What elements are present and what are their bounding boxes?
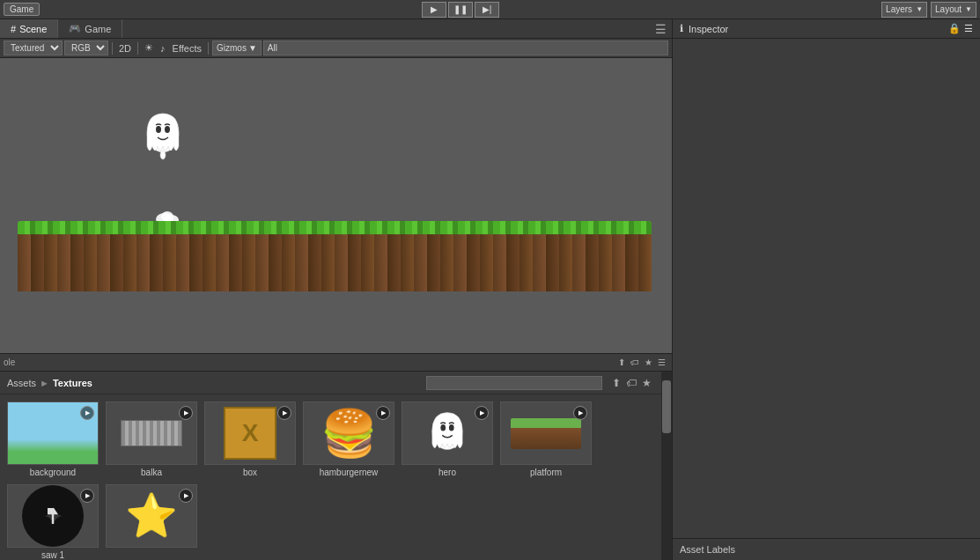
asset-thumbnail-balka[interactable]: ▶ (106, 402, 197, 465)
svg-point-9 (449, 424, 454, 431)
asset-play-hamburgernew[interactable]: ▶ (376, 406, 390, 420)
platform-ground (18, 221, 652, 291)
list-item[interactable]: 🍔 ▶ hamburgernew (303, 402, 394, 477)
lighting-icon-btn[interactable]: ☀ (142, 41, 156, 55)
asset-thumbnail-background[interactable]: ▶ (7, 402, 99, 465)
breadcrumb: Assets ► Textures (7, 378, 92, 388)
asset-thumbnail-platform[interactable]: ▶ (500, 402, 592, 465)
layer-all-field[interactable] (263, 41, 668, 55)
asset-label-hero: hero (438, 468, 456, 477)
layers-dropdown[interactable]: Layers ▼ (881, 2, 927, 18)
layout-label: Layout (935, 4, 962, 14)
svg-point-1 (156, 126, 161, 133)
list-item[interactable]: ▶ hero (402, 402, 493, 477)
bottom-upload-icon[interactable]: ⬆ (615, 357, 628, 367)
saw-cursor (48, 508, 58, 524)
list-item[interactable]: ▶ box (204, 402, 296, 477)
inspector-body (673, 39, 980, 538)
gizmos-button[interactable]: Gizmos ▼ (212, 41, 262, 55)
layout-dropdown[interactable]: Layout ▼ (931, 2, 976, 18)
tab-menu-button[interactable]: ☰ (650, 22, 672, 36)
bottom-menu-icon[interactable]: ☰ (655, 357, 668, 367)
editor-panel: # Scene 🎮 Game ☰ Textured RGB 2D ☀ ♪ Eff… (0, 19, 672, 560)
layers-label: Layers (886, 4, 912, 14)
bottom-tag-icon[interactable]: 🏷 (628, 357, 642, 367)
asset-thumbnail-star[interactable]: ⭐ ▶ (106, 484, 197, 548)
scene-viewport[interactable] (0, 58, 672, 353)
bottom-star-icon[interactable]: ★ (642, 357, 655, 367)
inspector-panel: ℹ Inspector 🔒 ☰ Asset Labels (672, 19, 980, 560)
scene-tab-label: Scene (19, 24, 47, 34)
list-item[interactable]: ▶ background (7, 402, 99, 477)
tabs-row: # Scene 🎮 Game ☰ (0, 19, 672, 39)
assets-scrollbar-thumb[interactable] (662, 380, 671, 433)
scene-content (0, 58, 672, 353)
asset-label-balka: balka (141, 468, 162, 477)
asset-play-balka[interactable]: ▶ (179, 406, 193, 420)
list-item[interactable]: ▶ saw 1 (7, 484, 99, 560)
asset-play-box[interactable]: ▶ (277, 406, 291, 420)
scene-toolbar: Textured RGB 2D ☀ ♪ Effects Gizmos ▼ (0, 39, 672, 58)
assets-search-input[interactable] (426, 376, 602, 390)
pause-button[interactable]: ❚❚ (448, 2, 473, 18)
svg-point-8 (440, 424, 446, 431)
step-button[interactable]: ▶| (475, 2, 499, 18)
asset-play-star[interactable]: ▶ (179, 489, 193, 503)
view-2d-button[interactable]: 2D (116, 41, 134, 55)
list-item[interactable]: ▶ platform (500, 402, 592, 477)
breadcrumb-assets[interactable]: Assets (7, 378, 36, 388)
assets-scrollbar[interactable] (661, 372, 672, 560)
assets-upload-button[interactable]: ⬆ (609, 377, 623, 389)
game-label-button[interactable]: Game (4, 3, 40, 16)
box-preview (224, 407, 276, 460)
toolbar-separator-1 (112, 42, 113, 55)
top-bar: Game ▶ ❚❚ ▶| Layers ▼ Layout ▼ (0, 0, 980, 19)
breadcrumb-arrow: ► (40, 378, 49, 388)
effects-button[interactable]: Effects (170, 41, 204, 55)
game-tab-label: Game (85, 24, 111, 34)
list-item[interactable]: ▶ balka (106, 402, 197, 477)
inspector-icon: ℹ (680, 23, 683, 34)
assets-star-button[interactable]: ★ (639, 377, 654, 389)
tab-game[interactable]: 🎮 Game (58, 19, 122, 38)
inspector-header: ℹ Inspector 🔒 ☰ (673, 19, 980, 39)
asset-thumbnail-box[interactable]: ▶ (204, 402, 296, 465)
layout-dropdown-arrow: ▼ (965, 5, 972, 13)
asset-thumbnail-hero[interactable]: ▶ (402, 402, 493, 465)
list-item[interactable]: ⭐ ▶ (106, 484, 197, 560)
asset-play-hero[interactable]: ▶ (475, 406, 489, 420)
svg-point-2 (165, 126, 170, 133)
balka-preview (121, 420, 182, 446)
saw-preview (22, 485, 84, 547)
platform-rock (18, 234, 652, 291)
layers-dropdown-arrow: ▼ (916, 5, 923, 13)
inspector-lock-icon[interactable]: 🔒 (948, 23, 961, 34)
bottom-toolbar: ole ⬆ 🏷 ★ ☰ (0, 354, 672, 372)
playback-controls: ▶ ❚❚ ▶| (422, 2, 499, 18)
asset-label-saw1: saw 1 (41, 550, 64, 560)
asset-thumbnail-saw1[interactable]: ▶ (7, 484, 99, 548)
assets-tag-button[interactable]: 🏷 (623, 377, 639, 389)
play-button[interactable]: ▶ (422, 2, 446, 18)
hero-preview (425, 406, 469, 461)
inspector-menu-icon[interactable]: ☰ (964, 23, 973, 34)
svg-point-3 (160, 151, 166, 159)
asset-label-background: background (30, 468, 76, 477)
asset-label-hamburgernew: hamburgernew (320, 468, 379, 477)
asset-play-platform[interactable]: ▶ (573, 406, 587, 420)
texture-mode-select[interactable]: Textured (4, 41, 63, 55)
platform-preview (511, 418, 581, 449)
breadcrumb-textures: Textures (53, 378, 92, 388)
main-content: # Scene 🎮 Game ☰ Textured RGB 2D ☀ ♪ Eff… (0, 19, 980, 560)
assets-header: Assets ► Textures ⬆ 🏷 ★ (0, 372, 661, 394)
asset-label-platform: platform (530, 468, 562, 477)
assets-grid: ▶ background ▶ balka (0, 394, 661, 560)
audio-icon-btn[interactable]: ♪ (158, 41, 168, 55)
asset-play-background[interactable]: ▶ (80, 406, 94, 420)
color-mode-select[interactable]: RGB (64, 41, 108, 55)
asset-thumbnail-hamburgernew[interactable]: 🍔 ▶ (303, 402, 394, 465)
asset-play-saw1[interactable]: ▶ (80, 489, 94, 503)
toolbar-separator-2 (137, 42, 138, 55)
console-label: ole (4, 357, 15, 367)
tab-scene[interactable]: # Scene (0, 19, 58, 38)
